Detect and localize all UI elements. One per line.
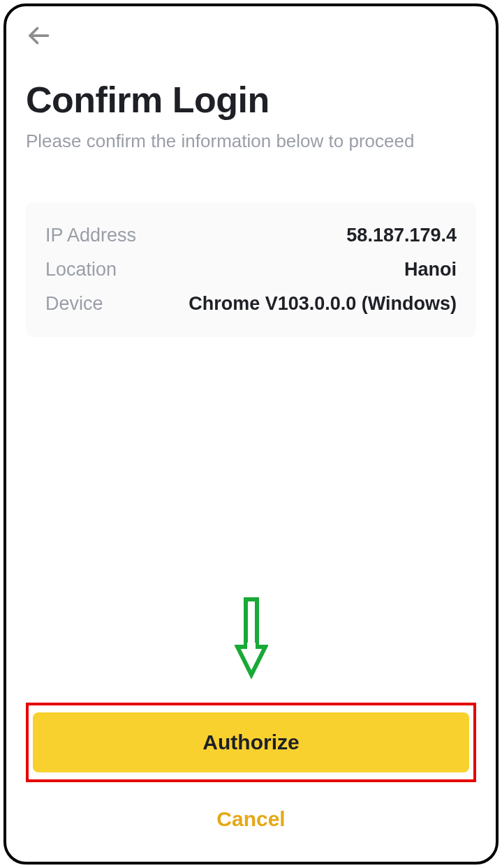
info-row-ip: IP Address 58.187.179.4 — [45, 225, 457, 246]
location-value: Hanoi — [404, 259, 457, 280]
cancel-button[interactable]: Cancel — [26, 802, 476, 845]
ip-value: 58.187.179.4 — [346, 225, 457, 246]
login-info-card: IP Address 58.187.179.4 Location Hanoi D… — [26, 202, 476, 337]
authorize-button[interactable]: Authorize — [33, 712, 469, 772]
svg-rect-1 — [246, 599, 257, 647]
back-button[interactable] — [26, 23, 54, 51]
app-frame: Confirm Login Please confirm the informa… — [3, 3, 499, 865]
device-label: Device — [45, 293, 103, 315]
authorize-highlight-box: Authorize — [26, 703, 476, 782]
info-row-location: Location Hanoi — [45, 259, 457, 280]
arrow-down-indicator — [26, 597, 476, 683]
ip-label: IP Address — [45, 225, 136, 246]
page-subtitle: Please confirm the information below to … — [26, 129, 417, 154]
location-label: Location — [45, 259, 117, 280]
info-row-device: Device Chrome V103.0.0.0 (Windows) — [45, 293, 457, 315]
device-value: Chrome V103.0.0.0 (Windows) — [189, 293, 457, 315]
page-title: Confirm Login — [26, 79, 476, 121]
svg-rect-2 — [247, 643, 256, 651]
arrow-down-icon — [235, 597, 268, 683]
arrow-left-icon — [26, 23, 51, 51]
